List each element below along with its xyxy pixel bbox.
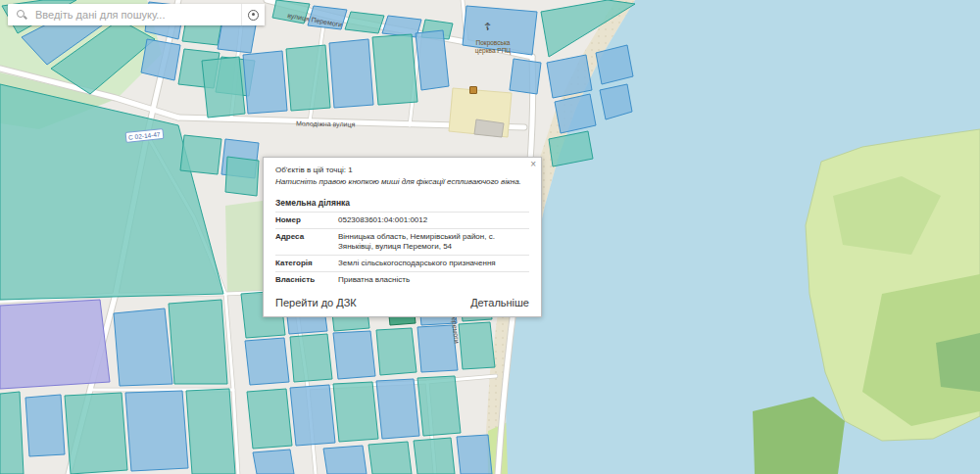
field-value: Вінницька область, Немирівський район, с… [338, 229, 529, 256]
field-value: 0523083601:04:001:0012 [338, 213, 529, 229]
goto-dzk-link[interactable]: Перейти до ДЗК [275, 297, 357, 308]
field-label: Номер [275, 213, 338, 229]
popup-footer: Перейти до ДЗК Детальніше [275, 297, 529, 308]
field-label: Власність [275, 272, 338, 289]
land-parcel-popup: × Об'єктів в цій точці: 1 Натисніть прав… [263, 157, 542, 317]
table-row: Адреса Вінницька область, Немирівський р… [275, 229, 529, 256]
search-bar [8, 4, 265, 25]
close-icon[interactable]: × [530, 160, 536, 169]
table-row: Власність Приватна власність [275, 272, 529, 289]
popup-hint: Натисніть правою кнопкою миші для фіксац… [275, 176, 529, 188]
civic-area [449, 88, 512, 137]
map-canvas[interactable]: вулиця Перемоги Молодіжна вулиця вулиця … [0, 0, 980, 474]
church-icon: ☦ [484, 22, 491, 32]
parcel-info-table: Номер 0523083601:04:001:0012 Адреса Вінн… [275, 212, 529, 288]
objects-count-line: Об'єктів в цій точці: 1 [275, 165, 529, 176]
section-title: Земельна ділянка [275, 198, 529, 212]
search-icon [16, 9, 27, 21]
field-label: Адреса [275, 229, 338, 256]
table-row: Номер 0523083601:04:001:0012 [275, 213, 529, 229]
details-link[interactable]: Детальніше [470, 297, 529, 308]
locate-icon [248, 10, 259, 21]
field-value: Землі сільськогосподарського призначення [338, 256, 529, 272]
field-value: Приватна власність [338, 272, 529, 289]
table-row: Категорія Землі сільськогосподарського п… [275, 256, 529, 272]
search-input[interactable] [27, 9, 241, 21]
field-label: Категорія [275, 256, 338, 272]
locate-button[interactable] [241, 4, 265, 25]
memorial-poi-icon [469, 86, 477, 94]
